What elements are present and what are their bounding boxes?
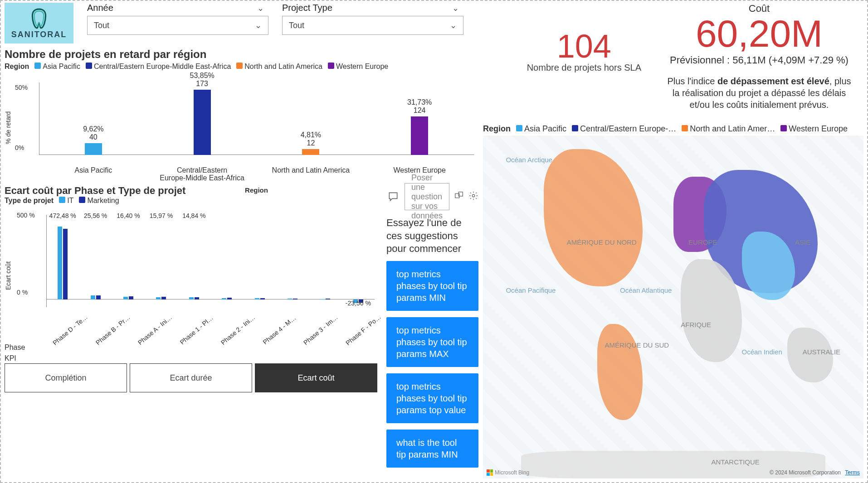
map-label: AUSTRALIE <box>803 348 840 356</box>
map-attribution: Microsoft Bing <box>487 469 529 476</box>
qa-suggestion[interactable]: what is the tool tip params MIN <box>386 430 478 468</box>
bar[interactable] <box>326 299 330 299</box>
bar[interactable] <box>288 299 292 299</box>
chart-ecart-cout[interactable]: Ecart coût 0 %500 % 472,48 %25,56 %16,40… <box>5 208 377 343</box>
kpi-button[interactable]: Complétion <box>5 363 127 392</box>
bar-label: -23,56 % <box>346 299 371 307</box>
chart-ecart-cout-panel: Ecart coût par Phase et Type de projet T… <box>5 183 377 478</box>
legend-item-label[interactable]: Asia Pacific <box>43 63 80 70</box>
bar-label: 4,81%12 <box>301 131 321 147</box>
legend-item-label[interactable]: North and Latin America <box>244 63 322 70</box>
chart1-legend: Region Asia PacificCentral/Eastern Europ… <box>5 63 478 71</box>
slicer-ptype-dropdown[interactable]: Tout ⌄ <box>282 16 463 35</box>
bar-label: 25,56 % <box>84 212 107 295</box>
kpi-sla-value: 104 <box>527 30 641 63</box>
chevron-down-icon[interactable]: ⌄ <box>257 3 264 13</box>
bar[interactable] <box>302 149 319 155</box>
bar[interactable] <box>58 227 62 299</box>
qa-suggestion-list: top metrics phases by tool tip params MI… <box>386 261 478 468</box>
kpi-button[interactable]: Ecart coût <box>255 363 377 392</box>
slicer-year-value: Tout <box>94 21 109 30</box>
legend-swatch[interactable] <box>236 63 243 69</box>
chart-delay-by-region[interactable]: % de retard 0%50% 9,62%4053,85%1734,81%1… <box>5 73 478 182</box>
legend-item-label[interactable]: IT <box>67 197 73 204</box>
dashboard: SANITORAL Année ⌄ Tout ⌄ Project Type ⌄ <box>0 0 868 483</box>
bar[interactable] <box>156 297 161 299</box>
kpi-card-sla[interactable]: 104 Nombre de projets hors SLA <box>527 30 641 73</box>
slicer-year-label: Année <box>87 3 113 13</box>
bar[interactable] <box>411 116 428 155</box>
kpi-card-cost[interactable]: Coût 60,20M Prévisionnel : 56,11M (+4,09… <box>655 3 863 111</box>
qa-suggestion[interactable]: top metrics phases by tool tip params to… <box>386 373 478 423</box>
legend-item-label[interactable]: North and Latin Amer… <box>690 124 775 133</box>
bar[interactable] <box>195 297 199 299</box>
yaxis-title: % de retard <box>5 73 12 182</box>
legend-swatch[interactable] <box>59 197 65 203</box>
legend-item-label[interactable]: Marketing <box>87 197 119 204</box>
bar[interactable] <box>96 295 101 300</box>
bar[interactable] <box>85 143 102 155</box>
chevron-down-icon: ⌄ <box>255 20 262 30</box>
legend-item-label[interactable]: Central/Eastern Europe-Middle East-Afric… <box>94 63 231 70</box>
top-row: SANITORAL Année ⌄ Tout ⌄ Project Type ⌄ <box>5 3 478 43</box>
bar[interactable] <box>222 298 226 299</box>
chart-title-delay: Nombre de projets en retard par région <box>5 48 478 61</box>
kpi-button[interactable]: Ecart durée <box>130 363 252 392</box>
legend-swatch[interactable] <box>79 197 85 203</box>
chevron-down-icon[interactable]: ⌄ <box>452 3 459 13</box>
xaxis-title: Region <box>39 186 474 194</box>
map-label: ANTARCTIQUE <box>711 458 759 466</box>
legend-item-label[interactable]: Central/Eastern Europe-… <box>580 124 676 133</box>
map-legend-label: Region <box>483 124 511 134</box>
legend-label: Region <box>5 63 29 71</box>
map-terms-link[interactable]: Terms <box>845 469 860 476</box>
bar[interactable] <box>194 90 211 155</box>
category-label: Central/EasternEurope-Middle East-Africa <box>148 166 257 182</box>
bar[interactable] <box>161 297 166 299</box>
legend-swatch[interactable] <box>780 125 787 131</box>
bar[interactable] <box>255 298 259 299</box>
legend-swatch[interactable] <box>328 63 334 69</box>
microsoft-icon <box>487 469 493 476</box>
qa-suggestion[interactable]: top metrics phases by tool tip params MA… <box>386 317 478 367</box>
map-label: AFRIQUE <box>681 321 711 328</box>
legend-swatch[interactable] <box>86 63 92 69</box>
bar-label: 472,48 % <box>49 212 76 227</box>
row-2: Ecart coût par Phase et Type de projet T… <box>5 183 478 478</box>
bar[interactable] <box>123 297 128 299</box>
legend-swatch[interactable] <box>34 63 41 69</box>
logo-text: SANITORAL <box>11 30 67 39</box>
bar-label: 53,85%173 <box>190 72 215 88</box>
kpi-buttons: ComplétionEcart duréeEcart coût <box>5 363 377 392</box>
bar-label: 31,73%124 <box>407 98 432 115</box>
kpi-cost-sub: Prévisionnel : 56,11M (+4,09M +7.29 %) <box>655 54 863 66</box>
map-label: EUROPE <box>688 238 717 246</box>
slicer-year-dropdown[interactable]: Tout ⌄ <box>87 16 268 35</box>
legend-swatch[interactable] <box>682 125 688 131</box>
legend-item-label[interactable]: Asia Pacific <box>524 124 566 133</box>
legend-swatch[interactable] <box>516 125 522 131</box>
left-column: SANITORAL Année ⌄ Tout ⌄ Project Type ⌄ <box>5 3 478 478</box>
bar[interactable] <box>320 299 325 299</box>
map[interactable]: Océan ArctiqueAMÉRIQUE DU NORDOcéan Paci… <box>483 135 863 478</box>
bar-label: 16,40 % <box>117 212 140 297</box>
legend-item-label[interactable]: Western Europe <box>336 63 388 70</box>
bar-label: 14,84 % <box>182 212 205 297</box>
bar[interactable] <box>189 297 194 299</box>
legend-swatch[interactable] <box>572 125 578 131</box>
bar[interactable] <box>260 298 265 299</box>
bar-label: 9,62%40 <box>83 125 103 141</box>
kpi-cost-value: 60,20M <box>655 14 863 53</box>
kpi-sla-label: Nombre de projets hors SLA <box>527 63 641 73</box>
qa-suggestion[interactable]: top metrics phases by tool tip params MI… <box>386 261 478 311</box>
bar-label: 15,97 % <box>150 212 173 297</box>
qa-panel: Poser une question sur vos données Essay… <box>377 183 478 478</box>
legend-item-label[interactable]: Western Europe <box>789 124 848 133</box>
bar[interactable] <box>63 229 68 299</box>
bar[interactable] <box>91 295 95 299</box>
category-label: North and Latin America <box>257 166 366 182</box>
logo: SANITORAL <box>5 3 73 43</box>
bar[interactable] <box>293 299 297 299</box>
bar[interactable] <box>227 298 232 299</box>
map-label: Océan Indien <box>742 348 782 356</box>
